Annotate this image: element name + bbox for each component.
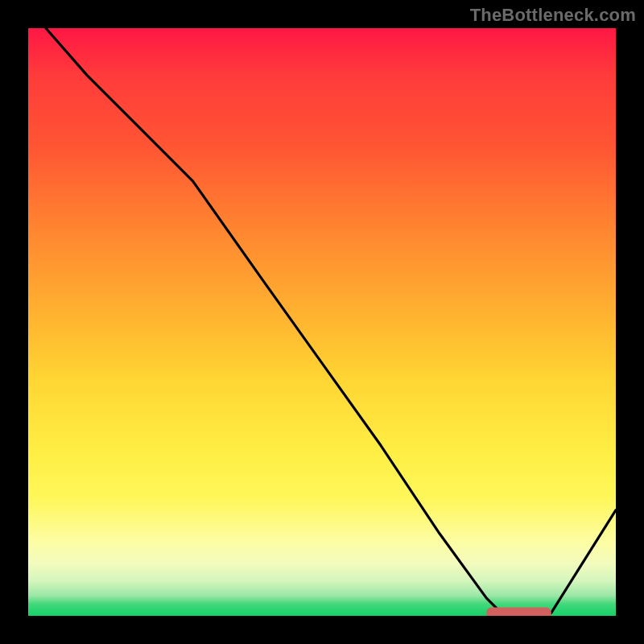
watermark-text: TheBottleneck.com xyxy=(470,5,636,26)
plot-gradient-background xyxy=(28,28,616,616)
chart-container: TheBottleneck.com xyxy=(0,0,644,644)
